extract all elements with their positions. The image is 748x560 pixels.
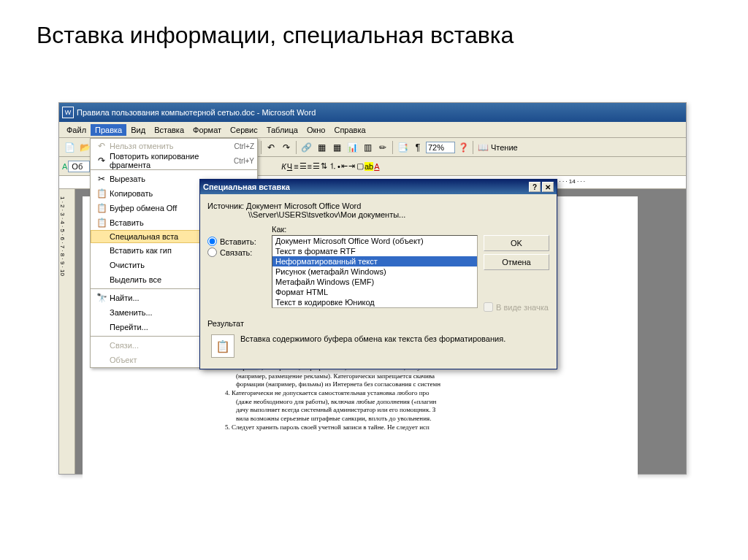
source-text: Документ Microsoft Office Word	[246, 202, 361, 210]
read-icon[interactable]: 📖	[476, 140, 490, 155]
dialog-titlebar[interactable]: Специальная вставка ? ✕	[200, 180, 557, 194]
vertical-ruler[interactable]: 1 · 2 · 3 · 4 · 5 · 6 · 7 · 8 · 9 · 10	[59, 189, 75, 474]
paste-icon: 📋	[94, 218, 110, 228]
tables-borders-icon[interactable]: ▦	[314, 140, 329, 155]
slide-title: Вставка информации, специальная вставка	[0, 0, 748, 64]
copy-icon: 📋	[94, 188, 110, 199]
docmap-icon[interactable]: 📑	[395, 140, 410, 155]
list-item[interactable]: Рисунок (метафайл Windows)	[272, 266, 477, 277]
show-hide-icon[interactable]: ¶	[411, 140, 425, 155]
doc-line: вила возможны серьезные штрафные санкции…	[236, 415, 608, 423]
zoom-combo[interactable]: 72%	[426, 142, 455, 153]
dialog-title: Специальная вставка	[203, 183, 527, 191]
doc-line: дачу выполняет всегда системный админист…	[236, 406, 608, 415]
paste-special-dialog: Специальная вставка ? ✕ Источник: Докуме…	[199, 179, 557, 369]
list-item[interactable]: Текст в кодировке Юникод	[272, 297, 477, 307]
titlebar: W Правила пользования компьютерной сетью…	[59, 103, 686, 122]
drawing-icon[interactable]: ✏	[375, 140, 390, 155]
insert-table-icon[interactable]: ▦	[329, 140, 344, 155]
highlight-icon[interactable]: ab	[365, 162, 373, 171]
result-label: Результат	[207, 319, 549, 328]
menu-undo: ↶ Нельзя отменить Ctrl+Z	[91, 139, 257, 153]
format-listbox[interactable]: Документ Microsoft Office Word (объект) …	[272, 235, 478, 308]
menu-help[interactable]: Справка	[329, 124, 370, 136]
radio-paste-input[interactable]	[207, 237, 217, 246]
ok-button[interactable]: OK	[484, 235, 549, 251]
source-label: Источник:	[207, 202, 244, 210]
menu-edit[interactable]: Правка	[91, 124, 126, 136]
menu-table[interactable]: Таблица	[262, 124, 302, 136]
menu-insert[interactable]: Вставка	[150, 124, 188, 136]
borders-icon[interactable]: ▢	[356, 161, 364, 171]
as-label: Как:	[207, 225, 549, 234]
binoculars-icon: 🔭	[94, 293, 110, 303]
word-app-icon: W	[62, 107, 74, 118]
redo-icon: ↷	[94, 156, 110, 166]
radio-paste[interactable]: Вставить:	[207, 237, 266, 246]
doc-line: формации (например, фильмы) из Интернета…	[236, 380, 608, 389]
bullets-icon[interactable]: •	[337, 162, 340, 171]
new-doc-icon[interactable]: 📄	[62, 140, 77, 155]
styles-icon[interactable]: A	[62, 162, 67, 171]
menu-redo[interactable]: ↷ Повторить копирование фрагмента Ctrl+Y	[91, 153, 257, 168]
reading-label[interactable]: Чтение	[491, 143, 518, 152]
doc-line: 5. Следует хранить пароль своей учетной …	[225, 423, 608, 432]
line-spacing-icon[interactable]: ⇅	[321, 161, 327, 171]
list-item[interactable]: Метафайл Windows (EMF)	[272, 277, 477, 287]
link-icon[interactable]: 🔗	[299, 140, 313, 155]
numbering-icon[interactable]: ⒈	[329, 161, 337, 172]
redo-icon[interactable]: ↷	[279, 140, 294, 155]
justify-icon[interactable]: ☰	[313, 161, 320, 171]
excel-icon[interactable]: 📊	[345, 140, 359, 155]
undo-icon[interactable]: ↶	[264, 140, 278, 155]
font-color-icon[interactable]: A	[374, 162, 379, 171]
cancel-button[interactable]: Отмена	[484, 254, 549, 270]
menubar: Файл Правка Вид Вставка Формат Сервис Та…	[59, 122, 686, 138]
font-combo[interactable]: Об	[68, 161, 90, 172]
list-item[interactable]: Формат HTML	[272, 287, 477, 297]
result-text: Вставка содержимого буфера обмена как те…	[240, 334, 546, 343]
radio-link[interactable]: Связать:	[207, 248, 266, 257]
source-path: \\Server\USERS\tsvetkov\Мои документы...	[248, 210, 405, 219]
columns-icon[interactable]: ▥	[360, 140, 375, 155]
italic-icon[interactable]: К	[281, 162, 286, 171]
menu-format[interactable]: Формат	[188, 124, 226, 136]
word-window: W Правила пользования компьютерной сетью…	[58, 102, 687, 475]
help-button[interactable]: ?	[529, 182, 541, 192]
list-item[interactable]: Текст в формате RTF	[272, 246, 477, 256]
clipboard-icon: 📋	[94, 203, 110, 213]
menu-window[interactable]: Окно	[302, 124, 330, 136]
list-item[interactable]: Неформатированный текст	[272, 256, 477, 266]
window-title: Правила пользования компьютерной сетью.d…	[77, 108, 683, 117]
indent-dec-icon[interactable]: ⇤	[341, 161, 348, 171]
indent-inc-icon[interactable]: ⇥	[348, 161, 355, 171]
underline-icon[interactable]: Ч	[287, 162, 292, 171]
radio-link-input[interactable]	[207, 248, 217, 257]
align-center-icon[interactable]: ☰	[299, 161, 307, 171]
align-left-icon[interactable]: ≡	[294, 162, 298, 171]
icon-checkbox	[484, 302, 493, 312]
undo-icon: ↶	[94, 141, 110, 151]
menu-tools[interactable]: Сервис	[226, 124, 262, 136]
doc-line: (даже необходимого для работы), включая …	[236, 398, 608, 407]
icon-checkbox-row: В виде значка	[484, 302, 549, 312]
cut-icon: ✂	[94, 174, 110, 184]
close-button[interactable]: ✕	[542, 182, 554, 192]
list-item[interactable]: Документ Microsoft Office Word (объект)	[272, 236, 477, 246]
menu-file[interactable]: Файл	[62, 124, 91, 136]
align-right-icon[interactable]: ≡	[308, 162, 312, 171]
doc-line: 4. Категорически не допускается самостоя…	[225, 389, 608, 398]
doc-line: (например, размещение рекламы). Категори…	[236, 372, 608, 381]
help-icon[interactable]: ❓	[456, 140, 470, 155]
clipboard-result-icon: 📋	[211, 334, 234, 358]
menu-view[interactable]: Вид	[126, 124, 150, 136]
